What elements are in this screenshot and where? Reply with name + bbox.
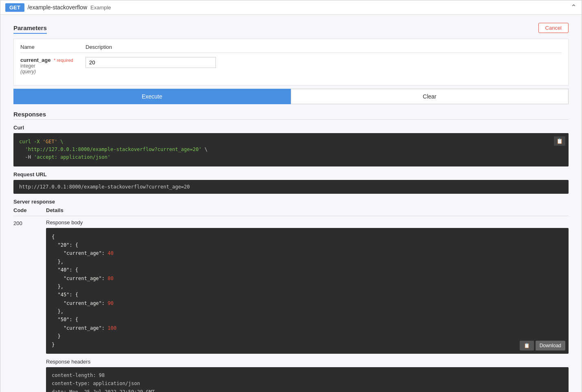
action-buttons: Execute Clear	[13, 89, 569, 104]
curl-copy-button[interactable]: 📋	[554, 136, 565, 146]
param-col-name-header: Name	[20, 44, 86, 50]
curl-line1: curl -X 'GET' \	[19, 139, 63, 145]
curl-code-block: curl -X 'GET' \ 'http://127.0.0.1:8000/e…	[13, 133, 569, 166]
execute-button[interactable]: Execute	[13, 89, 291, 104]
header-left: GET /example-stackoverflow Example	[5, 3, 111, 12]
response-body-label: Response body	[46, 219, 569, 226]
parameters-title: Parameters	[13, 20, 47, 39]
request-url-section: Request URL http://127.0.0.1:8000/exampl…	[13, 171, 569, 194]
clear-button[interactable]: Clear	[291, 89, 569, 104]
response-headers-label: Response headers	[46, 359, 569, 365]
current-age-input[interactable]	[86, 57, 216, 68]
curl-line2: 'http://127.0.0.1:8000/example-stackover…	[19, 147, 207, 152]
response-row: 200 Response body { "20": { "current_age…	[13, 219, 569, 392]
request-url-title: Request URL	[13, 171, 569, 177]
parameter-row: current_age * required integer (query)	[20, 57, 562, 74]
response-code: 200	[13, 219, 46, 226]
response-action-buttons: 📋 Download	[520, 341, 565, 350]
response-copy-button[interactable]: 📋	[520, 341, 534, 350]
request-url-block: http://127.0.0.1:8000/example-stackoverf…	[13, 180, 569, 194]
main-content: Parameters Cancel Name Description curre…	[0, 15, 582, 392]
response-headers-block: content-length: 98 content-type: applica…	[46, 367, 569, 392]
endpoint-path: /example-stackoverflow	[28, 4, 87, 11]
cancel-button[interactable]: Cancel	[538, 23, 569, 33]
responses-title: Responses	[13, 111, 569, 120]
response-download-button[interactable]: Download	[536, 341, 565, 350]
header-date: date: Mon, 25 Jul 2022 22:59:29 GMT	[52, 389, 155, 392]
response-body-block: { "20": { "current_age": 40 }, "40": { "…	[46, 228, 569, 354]
parameters-header-row: Parameters Cancel	[13, 20, 569, 39]
parameters-area: Parameters Cancel Name Description curre…	[7, 15, 575, 104]
method-badge: GET	[5, 3, 24, 12]
server-response-section: Server response Code Details 200 Respons…	[13, 199, 569, 392]
responses-section: Responses Curl curl -X 'GET' \ 'http://1…	[7, 111, 575, 392]
response-details: Response body { "20": { "current_age": 4…	[46, 219, 569, 392]
header-content-length: content-length: 98	[52, 372, 105, 378]
required-badge: * required	[54, 58, 73, 63]
curl-section: Curl curl -X 'GET' \ 'http://127.0.0.1:8…	[13, 125, 569, 166]
parameters-section: Name Description current_age * required …	[13, 39, 569, 85]
response-table-header: Code Details	[13, 207, 569, 216]
param-table-header: Name Description	[20, 44, 562, 53]
response-col-code: Code	[13, 207, 46, 213]
param-name-cell: current_age * required integer (query)	[20, 57, 86, 74]
server-response-title: Server response	[13, 199, 569, 205]
param-col-desc-header: Description	[86, 44, 562, 50]
request-url-value: http://127.0.0.1:8000/example-stackoverf…	[19, 184, 190, 190]
header-content-type: content-type: application/json	[52, 381, 140, 386]
curl-line3: -H 'accept: application/json'	[19, 154, 110, 160]
collapse-icon[interactable]: ⌃	[571, 3, 577, 12]
param-location: (query)	[20, 69, 86, 74]
curl-title: Curl	[13, 125, 569, 131]
response-col-details: Details	[46, 207, 569, 213]
param-input-cell	[86, 57, 216, 68]
header-bar: GET /example-stackoverflow Example ⌃	[0, 0, 582, 15]
param-name: current_age	[20, 57, 51, 63]
param-type: integer	[20, 63, 86, 69]
endpoint-description: Example	[90, 4, 111, 11]
